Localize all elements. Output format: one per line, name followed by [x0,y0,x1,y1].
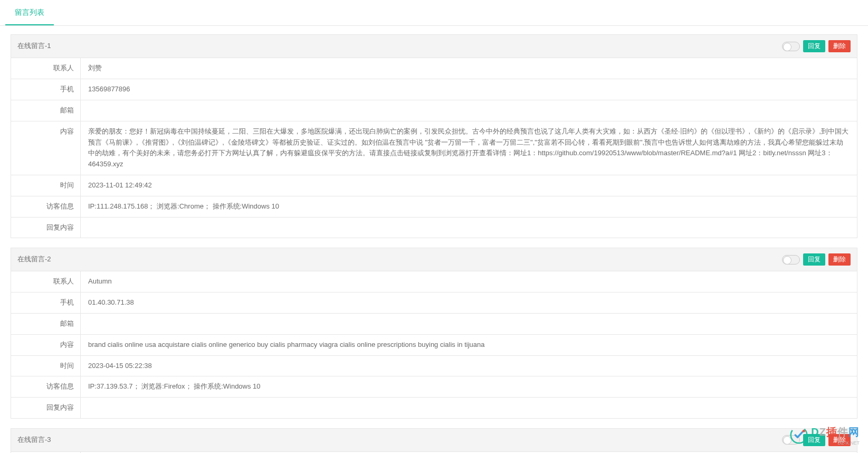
field-label-email: 邮箱 [11,100,81,121]
field-label-phone: 手机 [11,79,81,100]
field-label-visitor: 访客信息 [11,196,81,217]
field-value-visitor: IP:111.248.175.168； 浏览器:Chrome； 操作系统:Win… [81,196,857,217]
field-value-email [81,314,857,334]
message-header: 在线留言-3 回复 删除 [11,429,857,452]
field-label-visitor: 访客信息 [11,376,81,397]
message-group: 在线留言-2 回复 删除 联系人 Autumn 手机 01.40.30.71.3… [11,248,857,419]
field-label-time: 时间 [11,356,81,376]
field-value-contact: 刘赞 [81,58,857,79]
message-group: 在线留言-1 回复 删除 联系人 刘赞 手机 13569877896 邮箱 内容… [11,34,857,238]
field-label-contact: 联系人 [11,271,81,292]
message-title: 在线留言-2 [17,254,51,265]
field-label-content: 内容 [11,335,81,355]
field-label-time: 时间 [11,175,81,196]
messages-panel: 在线留言-1 回复 删除 联系人 刘赞 手机 13569877896 邮箱 内容… [0,26,868,453]
field-label-content: 内容 [11,121,81,175]
field-value-content: brand cialis online usa acquistare ciali… [81,335,857,355]
field-value-phone: 13569877896 [81,79,857,100]
field-value-time: 2023-04-15 05:22:38 [81,356,857,376]
field-value-email [81,100,857,121]
tab-message-list[interactable]: 留言列表 [5,0,54,25]
delete-button[interactable]: 删除 [828,40,851,52]
delete-button[interactable]: 删除 [828,434,851,446]
message-header: 在线留言-1 回复 删除 [11,35,857,58]
status-toggle[interactable] [782,435,800,445]
field-value-content: 亲爱的朋友：您好！新冠病毒在中国持续蔓延，二阳、三阳在大爆发，多地医院爆满，还出… [81,121,857,175]
message-title: 在线留言-3 [17,435,51,446]
reply-button[interactable]: 回复 [803,434,825,446]
field-value-time: 2023-11-01 12:49:42 [81,175,857,196]
field-label-reply-content: 回复内容 [11,218,81,238]
field-value-contact: Autumn [81,271,857,292]
field-label-contact: 联系人 [11,58,81,79]
field-value-phone: 01.40.30.71.38 [81,292,857,313]
reply-button[interactable]: 回复 [803,40,825,52]
message-group: 在线留言-3 回复 删除 联系人 Timms [11,428,857,453]
status-toggle[interactable] [782,42,800,51]
field-label-phone: 手机 [11,292,81,313]
message-header: 在线留言-2 回复 删除 [11,248,857,271]
field-label-email: 邮箱 [11,314,81,334]
field-value-visitor: IP:37.139.53.7； 浏览器:Firefox； 操作系统:Window… [81,376,857,397]
field-value-reply-content [81,218,857,238]
reply-button[interactable]: 回复 [803,253,825,266]
field-label-reply-content: 回复内容 [11,398,81,418]
status-toggle[interactable] [782,255,800,265]
delete-button[interactable]: 删除 [828,253,851,266]
message-title: 在线留言-1 [17,41,51,52]
tab-bar: 留言列表 [0,0,868,26]
field-value-reply-content [81,398,857,418]
